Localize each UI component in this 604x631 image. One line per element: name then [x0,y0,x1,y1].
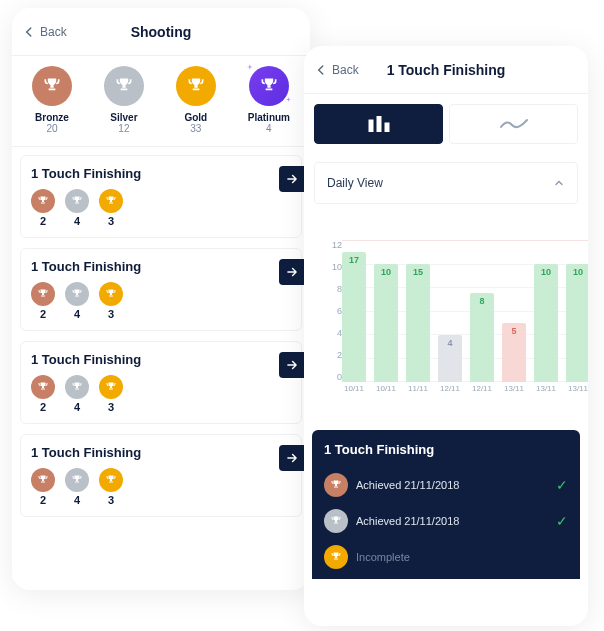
bar[interactable]: 10 [374,264,398,382]
achievement-text: Achieved 21/11/2018 [356,515,548,527]
arrow-right-icon [285,172,299,186]
line-chart-button[interactable] [449,104,578,144]
mini-trophies: 243 [31,189,291,227]
mini-trophy-gold: 3 [99,375,123,413]
drill-card[interactable]: 1 Touch Finishing243 [20,155,302,238]
check-icon: ✓ [556,513,568,529]
tier-silver[interactable]: Silver 12 [104,66,144,134]
achievement-row: Achieved 21/11/2018✓ [324,467,568,503]
bar[interactable]: 8 [470,293,494,382]
mini-trophy-count: 3 [108,215,114,227]
mini-trophy-count: 2 [40,215,46,227]
tier-label: Platinum [248,112,290,123]
tier-label: Silver [110,112,137,123]
achievement-row: Achieved 21/11/2018✓ [324,503,568,539]
tier-count: 4 [266,123,272,134]
gold-trophy-icon [99,282,123,306]
bar[interactable]: 15 [406,264,430,382]
mini-trophy-bronze: 2 [31,468,55,506]
bars: 17101548510108 [342,240,588,382]
silver-trophy-icon [324,509,348,533]
tier-count: 33 [190,123,201,134]
svg-rect-0 [369,120,373,132]
page-title: Shooting [131,24,192,40]
bar-label: 10 [381,264,391,277]
bar[interactable]: 10 [566,264,588,382]
check-icon: ✓ [556,477,568,493]
bar[interactable]: 10 [534,264,558,382]
tier-label: Bronze [35,112,69,123]
achievements-panel: 1 Touch Finishing Achieved 21/11/2018✓Ac… [312,430,580,579]
line-chart-icon [500,117,528,131]
mini-trophy-count: 3 [108,308,114,320]
tier-gold[interactable]: Gold 33 [176,66,216,134]
silver-trophy-icon [65,189,89,213]
tier-count: 20 [46,123,57,134]
drill-card[interactable]: 1 Touch Finishing243 [20,341,302,424]
mini-trophy-silver: 4 [65,189,89,227]
mini-trophy-count: 3 [108,494,114,506]
achievements-title: 1 Touch Finishing [324,442,568,457]
back-label: Back [40,25,67,39]
view-select[interactable]: Daily View [314,162,578,204]
bar-label: 17 [349,252,359,265]
bar[interactable]: 17 [342,252,366,382]
tier-summary: Bronze 20 Silver 12 Gold 33 Platinum 4 [12,56,310,147]
gold-trophy-icon [99,375,123,399]
mini-trophy-gold: 3 [99,282,123,320]
bar-chart-button[interactable] [314,104,443,144]
drill-open-button[interactable] [279,445,305,471]
arrow-right-icon [285,265,299,279]
mini-trophies: 243 [31,375,291,413]
bar[interactable]: 4 [438,335,462,382]
tier-platinum[interactable]: Platinum 4 [248,66,290,134]
gold-trophy-icon [99,189,123,213]
header: Back Shooting [12,8,310,56]
bar-label: 15 [413,264,423,277]
mini-trophy-count: 4 [74,308,80,320]
mini-trophy-bronze: 2 [31,282,55,320]
x-tick: 11/11 [406,384,430,404]
mini-trophy-silver: 4 [65,282,89,320]
bronze-trophy-icon [32,66,72,106]
chevron-up-icon [553,177,565,189]
x-tick: 12/11 [438,384,462,404]
y-tick: 8 [324,284,342,294]
tier-count: 12 [118,123,129,134]
mini-trophy-bronze: 2 [31,375,55,413]
tier-label: Gold [184,112,207,123]
gold-trophy-icon [324,545,348,569]
view-select-label: Daily View [327,176,383,190]
bronze-trophy-icon [324,473,348,497]
drill-title: 1 Touch Finishing [31,166,291,181]
drill-detail-screen: Back 1 Touch Finishing Daily View 121086… [304,46,588,626]
drill-open-button[interactable] [279,352,305,378]
drill-title: 1 Touch Finishing [31,352,291,367]
back-button[interactable]: Back [314,46,359,94]
mini-trophy-gold: 3 [99,189,123,227]
svg-rect-1 [377,116,381,132]
y-tick: 2 [324,350,342,360]
svg-rect-2 [385,123,389,132]
platinum-trophy-icon [249,66,289,106]
tier-bronze[interactable]: Bronze 20 [32,66,72,134]
bronze-trophy-icon [31,375,55,399]
achievement-row: Incomplete [324,539,568,575]
chevron-left-icon [314,63,328,77]
achievement-text: Incomplete [356,551,568,563]
drill-card[interactable]: 1 Touch Finishing243 [20,248,302,331]
shooting-screen: Back Shooting Bronze 20 Silver 12 Gold 3… [12,8,310,590]
drill-open-button[interactable] [279,166,305,192]
chevron-left-icon [22,25,36,39]
mini-trophy-count: 2 [40,494,46,506]
bar-label: 8 [479,293,484,306]
bronze-trophy-icon [31,282,55,306]
drill-card[interactable]: 1 Touch Finishing243 [20,434,302,517]
drill-open-button[interactable] [279,259,305,285]
bar[interactable]: 5 [502,323,526,382]
mini-trophy-bronze: 2 [31,189,55,227]
chart: 121086420 17101548510108 10/1110/1111/11… [304,204,588,422]
bronze-trophy-icon [31,189,55,213]
silver-trophy-icon [65,468,89,492]
back-button[interactable]: Back [22,8,67,56]
